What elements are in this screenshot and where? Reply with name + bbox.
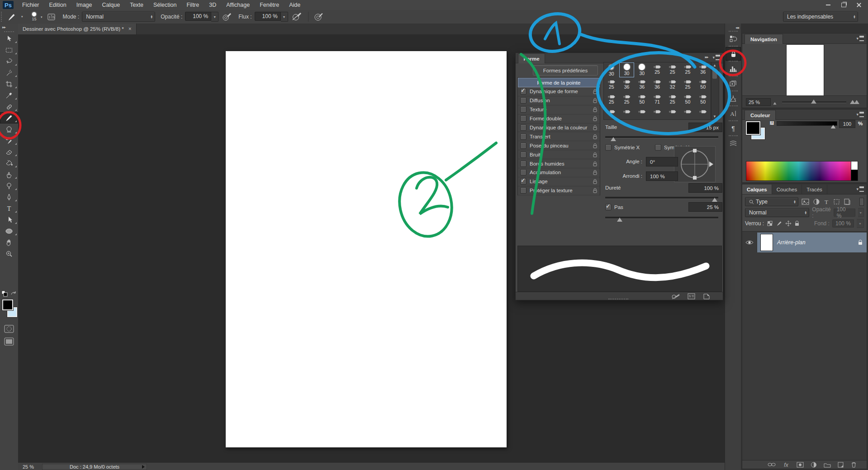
brush-preset-cell[interactable]: 36	[650, 77, 665, 92]
lock-transparent-icon[interactable]	[767, 220, 773, 227]
brush-preset-cell[interactable]: 50	[634, 92, 650, 107]
option-checkbox[interactable]	[520, 124, 526, 131]
option-checkbox[interactable]	[520, 133, 526, 140]
menu-item[interactable]: Texte	[125, 0, 148, 10]
tool-pen[interactable]	[0, 191, 18, 203]
brush-preset-cell[interactable]: 36	[695, 62, 711, 77]
add-layer-mask-icon[interactable]	[797, 462, 804, 468]
brush-preset-cell[interactable]: 30	[604, 62, 619, 77]
hardness-slider[interactable]	[605, 197, 718, 199]
brush-presets-button[interactable]: Formes prédéfinies	[533, 65, 598, 76]
tool-dodge[interactable]	[0, 180, 18, 191]
scrollbar-thumb[interactable]	[712, 69, 717, 79]
default-colors-icon[interactable]	[1, 290, 8, 297]
scroll-down-icon[interactable]: ▼	[713, 114, 716, 119]
menu-item[interactable]: Edition	[44, 0, 71, 10]
hardness-value-field[interactable]: 100 %	[688, 183, 722, 193]
texture-protect-icon[interactable]	[688, 293, 696, 299]
new-group-icon[interactable]	[824, 462, 831, 468]
tool-eyedropper[interactable]	[0, 90, 18, 101]
brush-option-row[interactable]: Pose du pinceau	[518, 141, 600, 150]
checkbox[interactable]	[605, 144, 612, 151]
history-panel-button[interactable]	[726, 32, 741, 46]
brush-preset-cell[interactable]: 25	[665, 92, 680, 107]
menu-item[interactable]: Fichier	[17, 0, 44, 10]
flow-value[interactable]: 100 %	[255, 12, 281, 21]
lock-icon[interactable]	[593, 107, 598, 112]
option-checkbox[interactable]	[520, 88, 526, 95]
roundness-value-field[interactable]: 100 %	[646, 171, 678, 181]
new-layer-icon[interactable]	[838, 462, 844, 468]
option-checkbox[interactable]	[520, 161, 526, 167]
swap-colors-icon[interactable]	[10, 290, 17, 297]
tool-rectangular-marquee[interactable]	[0, 44, 18, 56]
option-checkbox[interactable]	[520, 178, 526, 185]
tool-smudge[interactable]	[0, 169, 18, 180]
layer-opacity-value[interactable]: 100 %	[834, 209, 855, 217]
collapse-panel-icon[interactable]: ▸▸	[705, 55, 708, 60]
brush-preset-cell[interactable]: 25	[619, 92, 635, 107]
angle-roundness-widget[interactable]	[674, 146, 716, 182]
tool-move[interactable]	[0, 33, 18, 44]
zoom-in-icon[interactable]	[854, 100, 859, 104]
brush-preset-picker[interactable]: 15 ▾	[26, 11, 43, 23]
brush-preset-cell[interactable]: 50	[695, 92, 711, 107]
channel-slider-thumb[interactable]	[831, 125, 835, 128]
option-checkbox[interactable]	[520, 142, 526, 149]
tool-hand[interactable]	[0, 237, 18, 248]
brush-preset-cell[interactable]	[619, 107, 635, 120]
tool-zoom[interactable]	[0, 248, 18, 259]
panel-menu-icon[interactable]: ▾	[856, 36, 864, 41]
options-bar-gripper[interactable]	[1, 12, 4, 22]
layers-tab[interactable]: Tracés	[802, 185, 827, 194]
menu-item[interactable]: 3D	[204, 0, 221, 10]
symmetry-x-checkbox[interactable]: Symétrie X	[605, 144, 640, 151]
checkbox[interactable]	[655, 144, 661, 151]
opacity-dropdown-button[interactable]: ▼	[858, 208, 864, 217]
brush-option-row[interactable]: Transfert	[518, 132, 600, 141]
filter-smart-objects-icon[interactable]	[844, 198, 851, 205]
zoom-level-field[interactable]: 25 %	[23, 464, 34, 470]
tool-lasso[interactable]	[0, 56, 18, 67]
lock-all-icon[interactable]	[794, 220, 800, 227]
lock-icon[interactable]	[593, 170, 598, 175]
menu-item[interactable]: Filtre	[181, 0, 204, 10]
brush-option-row[interactable]: Lissage	[518, 177, 600, 186]
background-lock-icon[interactable]	[858, 239, 863, 246]
lock-icon[interactable]	[593, 152, 598, 157]
tool-paint-bucket[interactable]	[0, 157, 18, 169]
tool-ellipse-shape[interactable]	[0, 225, 18, 237]
menu-item[interactable]: Image	[71, 0, 97, 10]
tool-type[interactable]: T	[0, 203, 18, 214]
navigation-tab[interactable]: Navigation	[745, 34, 783, 44]
tool-brush[interactable]	[0, 112, 18, 123]
zoom-slider-thumb[interactable]	[811, 100, 816, 104]
black-swatch[interactable]	[851, 170, 858, 181]
menu-item[interactable]: Calque	[97, 0, 125, 10]
brush-option-row[interactable]: Bruit	[518, 150, 600, 159]
tool-preset-caret-icon[interactable]: ▾	[21, 15, 23, 19]
preset-grid-scrollbar[interactable]: ▲ ▼	[711, 62, 719, 120]
panel-resize-gripper[interactable]	[608, 299, 628, 299]
brush-preset-cell[interactable]: 25	[665, 62, 680, 77]
color-tab[interactable]: Couleur	[745, 110, 776, 120]
lock-icon[interactable]	[593, 125, 598, 130]
brush-preset-cell[interactable]: 25	[680, 77, 696, 92]
option-checkbox[interactable]	[520, 187, 526, 194]
tip-shape-item[interactable]: Forme de la pointe	[518, 78, 600, 87]
lock-icon[interactable]	[593, 134, 598, 139]
option-checkbox[interactable]	[520, 115, 526, 122]
spacing-value-field[interactable]: 25 %	[688, 202, 722, 212]
filter-pixel-layers-icon[interactable]	[801, 198, 810, 205]
layer-blend-select[interactable]: Normal ▲▼	[745, 208, 809, 217]
character-panel-button[interactable]: A	[726, 107, 741, 120]
brush-preset-cell[interactable]: 30	[619, 62, 635, 77]
lock-position-icon[interactable]	[785, 220, 792, 227]
brush-presets-panel-button[interactable]	[726, 137, 741, 150]
brush-preset-cell[interactable]: 36	[634, 77, 650, 92]
spacing-checkbox[interactable]: Pas	[605, 204, 623, 210]
brush-preset-cell[interactable]: 25	[680, 62, 696, 77]
brush-tool-icon[interactable]	[7, 12, 18, 22]
layer-effects-icon[interactable]: fx	[783, 462, 790, 468]
airbrush-icon[interactable]	[291, 12, 304, 22]
